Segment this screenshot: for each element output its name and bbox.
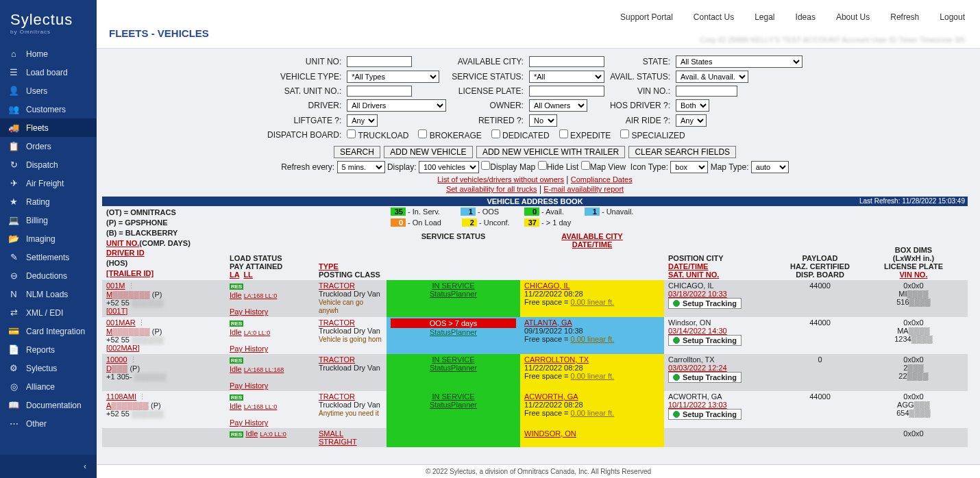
sidebar-item-dispatch[interactable]: ↻Dispatch [0,155,97,174]
setup-tracking-button[interactable]: Setup Tracking [668,298,742,309]
sort-type[interactable]: TYPE [319,262,339,271]
driver-link[interactable]: D▒▒▒ [106,364,127,373]
hide-list-checkbox[interactable] [538,161,547,170]
sort-unit-no[interactable]: UNIT NO. [106,239,139,247]
idle-link[interactable]: Idle [230,328,242,336]
unit-link[interactable]: 1108AMI [106,392,136,401]
license-input[interactable] [529,86,604,97]
sidebar-item-deductions[interactable]: ⊖Deductions [0,266,97,285]
avail-city-link[interactable]: CARROLLTON, TX [524,355,589,364]
unit-link[interactable]: 10000 [106,355,127,364]
top-link-ideas[interactable]: Ideas [796,12,816,22]
sort-driver-id[interactable]: DRIVER ID [106,249,145,257]
map-view-checkbox[interactable] [581,161,590,170]
collapse-button[interactable]: ‹ [0,455,97,478]
dispatch-dedicated-checkbox[interactable] [491,129,500,138]
position-date-link[interactable]: 03/18/2022 10:33 [668,290,727,298]
setup-tracking-button[interactable]: Setup Tracking [668,335,742,346]
top-link-about-us[interactable]: About Us [836,12,870,22]
available-city-input[interactable] [529,56,604,67]
oos-link[interactable]: OOS > 7 days [391,318,516,328]
top-link-contact-us[interactable]: Contact Us [694,12,734,22]
idle-link[interactable]: Idle [246,429,258,438]
dispatch-specialized-checkbox[interactable] [620,129,629,138]
sidebar-item-documentation[interactable]: 📖Documentation [0,396,97,414]
sidebar-item-fleets[interactable]: 🚚Fleets [0,118,97,137]
type-link[interactable]: SMALL STRAIGHT [319,429,357,446]
service-status-link[interactable]: IN SERVICE [432,355,474,364]
free-space-link[interactable]: 0.00 linear ft. [571,335,615,343]
service-status-select[interactable]: *All [529,71,604,83]
sidebar-item-air-freight[interactable]: ✈Air Freight [0,174,97,192]
type-link[interactable]: TRACTOR [319,281,355,290]
trailer-link[interactable]: [001T] [106,307,127,315]
avail-city-link[interactable]: WINDSOR, ON [524,429,576,438]
sort-avail-city[interactable]: AVAILABLE CITY [561,232,622,240]
vehicle-type-select[interactable]: *All Types [347,71,439,83]
link-email-report[interactable]: E-mail availability report [543,185,624,193]
airride-select[interactable]: Any [676,114,707,127]
retired-select[interactable]: No [529,114,557,127]
sidebar-item-users[interactable]: 👤Users [0,81,97,100]
icontype-select[interactable]: box [670,161,708,173]
top-link-support-portal[interactable]: Support Portal [620,12,673,22]
vin-input[interactable] [676,86,737,97]
state-select[interactable]: All States [676,55,803,68]
link-set-avail[interactable]: Set availability for all trucks [446,185,537,193]
display-select[interactable]: 100 vehicles [419,161,479,173]
sort-pos-date[interactable]: DATE/TIME [668,262,708,271]
la-link[interactable]: LA:168 LL:168 [244,366,284,373]
display-map-checkbox[interactable] [481,161,490,170]
position-date-link[interactable]: 10/11/2022 13:03 [668,401,727,409]
top-link-refresh[interactable]: Refresh [890,12,919,22]
refresh-select[interactable]: 5 mins. [337,161,385,173]
sidebar-item-billing[interactable]: 💻Billing [0,211,97,229]
la-link[interactable]: LA:168 LL:0 [244,292,278,299]
clear-button[interactable]: CLEAR SEARCH FIELDS [628,146,736,158]
avail-city-link[interactable]: ATLANTA, GA [524,318,572,327]
sidebar-item-settlements[interactable]: ✎Settlements [0,248,97,266]
sat-unit-input[interactable] [347,86,412,97]
status-planner-link[interactable]: StatusPlanner [430,290,477,298]
sidebar-item-rating[interactable]: ★Rating [0,192,97,211]
service-status-link[interactable]: IN SERVICE [432,392,474,401]
dispatch-expedite-checkbox[interactable] [559,129,568,138]
sort-vin[interactable]: VIN NO. [900,271,928,279]
maptype-select[interactable]: auto [751,161,789,173]
type-link[interactable]: TRACTOR [319,392,355,401]
add-vehicle-trailer-button[interactable]: ADD NEW VEHICLE WITH TRAILER [476,146,625,158]
sidebar-item-xml-edi[interactable]: ⇄XML / EDI [0,303,97,322]
setup-tracking-button[interactable]: Setup Tracking [668,372,742,383]
idle-link[interactable]: Idle [230,402,242,410]
sidebar-item-alliance[interactable]: ◎Alliance [0,377,97,396]
pay-history-link[interactable]: Pay History [230,307,268,316]
driver-link[interactable]: M▒▒▒▒▒▒▒ [106,327,150,336]
type-link[interactable]: TRACTOR [319,355,355,364]
la-link[interactable]: LA:168 LL:0 [244,403,278,410]
sidebar-item-home[interactable]: ⌂Home [0,45,97,63]
pay-history-link[interactable]: Pay History [230,418,268,427]
driver-link[interactable]: M▒▒▒▒▒▒▒ [106,290,150,299]
link-no-owners[interactable]: List of vehicles/drivers without owners [437,175,564,184]
sort-avail-date[interactable]: DATE/TIME [572,240,612,249]
avail-status-select[interactable]: Avail. & Unavail. [676,71,748,83]
sort-trailer-id[interactable]: [TRAILER ID] [106,269,154,277]
trailer-link[interactable]: [002MAR] [106,344,140,352]
sidebar-item-nlm-loads[interactable]: NNLM Loads [0,285,97,303]
sort-ll[interactable]: LL [243,271,252,279]
top-link-legal[interactable]: Legal [755,12,774,22]
free-space-link[interactable]: 0.00 linear ft. [571,409,615,417]
top-link-logout[interactable]: Logout [940,12,965,22]
sidebar-item-other[interactable]: ⋯Other [0,414,97,433]
sort-la[interactable]: LA [230,271,239,279]
sidebar-item-load-board[interactable]: ☰Load board [0,63,97,81]
position-date-link[interactable]: 03/14/2022 14:30 [668,327,727,335]
driver-link[interactable]: A▒▒▒▒▒▒▒ [106,401,149,410]
sort-sat-unit[interactable]: SAT. UNIT NO. [668,271,719,279]
free-space-link[interactable]: 0.00 linear ft. [571,372,615,380]
position-date-link[interactable]: 03/03/2022 12:24 [668,364,727,372]
status-planner-link[interactable]: StatusPlanner [430,401,477,409]
dispatch-truckload-checkbox[interactable] [347,129,356,138]
add-vehicle-button[interactable]: ADD NEW VEHICLE [384,146,472,158]
liftgate-select[interactable]: Any [347,114,378,127]
